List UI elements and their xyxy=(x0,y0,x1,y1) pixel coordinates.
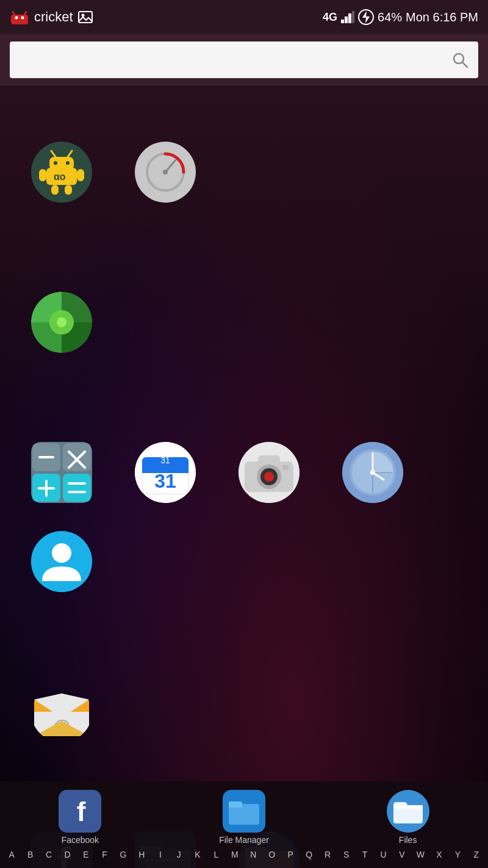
calendar-icon: 31 31 xyxy=(135,442,196,503)
svg-text:f: f xyxy=(77,797,86,826)
status-right: 4G 64% Mon 6:16 PM xyxy=(323,9,478,25)
svg-rect-17 xyxy=(49,157,74,170)
svg-point-30 xyxy=(163,170,168,175)
contacts-icon xyxy=(31,531,92,592)
svg-rect-25 xyxy=(65,185,72,195)
svg-point-57 xyxy=(264,472,274,482)
alpha-w[interactable]: W xyxy=(411,847,429,862)
svg-rect-23 xyxy=(77,169,84,181)
alpha-k[interactable]: K xyxy=(188,847,207,862)
alpha-a[interactable]: A xyxy=(2,847,21,862)
alpha-t[interactable]: T xyxy=(356,847,374,862)
svg-rect-0 xyxy=(11,15,28,24)
svg-line-4 xyxy=(24,12,26,15)
svg-marker-12 xyxy=(362,11,370,23)
search-container[interactable] xyxy=(10,42,478,78)
calculator-icon xyxy=(31,442,92,503)
email-icon: @ xyxy=(31,681,92,742)
main-content: A xyxy=(0,34,488,868)
svg-rect-38 xyxy=(63,474,91,502)
alpha-q[interactable]: Q xyxy=(300,847,318,862)
carrier-image-icon xyxy=(78,10,93,24)
search-input[interactable] xyxy=(20,54,451,67)
alpha-p[interactable]: P xyxy=(281,847,300,862)
svg-rect-24 xyxy=(51,185,59,195)
battery-percent: 64% xyxy=(378,10,402,24)
clock-icon xyxy=(342,442,403,503)
audiofx-icon xyxy=(135,142,196,203)
svg-point-2 xyxy=(21,16,24,20)
alpha-o[interactable]: O xyxy=(262,847,281,862)
carrier-text: cricket xyxy=(34,9,73,25)
svg-rect-88 xyxy=(229,801,242,808)
svg-point-33 xyxy=(57,317,66,327)
dock-filemanager-icon xyxy=(223,790,265,833)
svg-point-1 xyxy=(15,16,18,20)
aicp-extras-icon: αo xyxy=(31,142,92,203)
alpha-u[interactable]: U xyxy=(374,847,392,862)
alphabet-letters: A B C D E F G H I J K L M N O P Q R S T … xyxy=(0,847,488,862)
alphabet-bar: f Facebook File Manager xyxy=(0,781,488,868)
alpha-x[interactable]: X xyxy=(430,847,448,862)
alpha-m[interactable]: M xyxy=(226,847,244,862)
alpha-v[interactable]: V xyxy=(393,847,411,862)
svg-rect-9 xyxy=(348,13,351,23)
svg-rect-10 xyxy=(352,11,354,23)
dock-item-files[interactable]: Files xyxy=(387,790,429,845)
camera-icon xyxy=(239,442,300,503)
svg-text:αo: αo xyxy=(54,172,66,182)
alpha-e[interactable]: E xyxy=(77,847,95,862)
alpha-y[interactable]: Y xyxy=(448,847,467,862)
android-icon xyxy=(10,9,29,26)
svg-line-3 xyxy=(13,12,15,15)
alpha-f[interactable]: F xyxy=(95,847,113,862)
alpha-s[interactable]: S xyxy=(337,847,355,862)
alpha-i[interactable]: I xyxy=(151,847,170,862)
dock-item-filemanager[interactable]: File Manager xyxy=(219,790,269,845)
dock-facebook-label: Facebook xyxy=(62,835,99,845)
dock-filemanager-label: File Manager xyxy=(219,835,269,845)
signal-type: 4G xyxy=(323,11,337,24)
svg-point-18 xyxy=(54,161,57,165)
svg-rect-7 xyxy=(341,20,344,23)
alpha-b[interactable]: B xyxy=(21,847,39,862)
alpha-d[interactable]: D xyxy=(58,847,76,862)
svg-point-19 xyxy=(66,161,70,165)
svg-text:31: 31 xyxy=(154,470,176,492)
search-bar xyxy=(0,34,488,85)
alpha-z[interactable]: Z xyxy=(467,847,486,862)
status-left: cricket xyxy=(10,9,93,26)
dock-facebook-icon: f xyxy=(59,790,101,833)
status-bar: cricket 4G 64% Mon 6:16 PM xyxy=(0,0,488,34)
dock-files-icon xyxy=(387,790,429,833)
alpha-c[interactable]: C xyxy=(40,847,58,862)
dock-files-label: Files xyxy=(399,835,417,845)
svg-line-14 xyxy=(462,62,467,67)
svg-point-68 xyxy=(52,543,71,563)
svg-rect-58 xyxy=(282,465,289,470)
alpha-l[interactable]: L xyxy=(207,847,225,862)
alpha-n[interactable]: N xyxy=(244,847,262,862)
browser-icon xyxy=(31,292,92,353)
svg-rect-22 xyxy=(39,169,46,181)
dock-item-facebook[interactable]: f Facebook xyxy=(59,790,101,845)
search-icon xyxy=(451,51,468,68)
charging-icon xyxy=(358,9,374,25)
svg-text:31: 31 xyxy=(160,455,170,465)
svg-rect-36 xyxy=(63,443,91,471)
alpha-r[interactable]: R xyxy=(318,847,337,862)
svg-rect-5 xyxy=(79,12,92,23)
svg-rect-8 xyxy=(345,16,348,23)
alpha-h[interactable]: H xyxy=(132,847,151,862)
alpha-g[interactable]: G xyxy=(114,847,132,862)
datetime: Mon 6:16 PM xyxy=(406,10,478,24)
signal-bars-icon xyxy=(341,11,354,23)
alpha-j[interactable]: J xyxy=(170,847,188,862)
bottom-dock: f Facebook File Manager xyxy=(0,785,488,847)
